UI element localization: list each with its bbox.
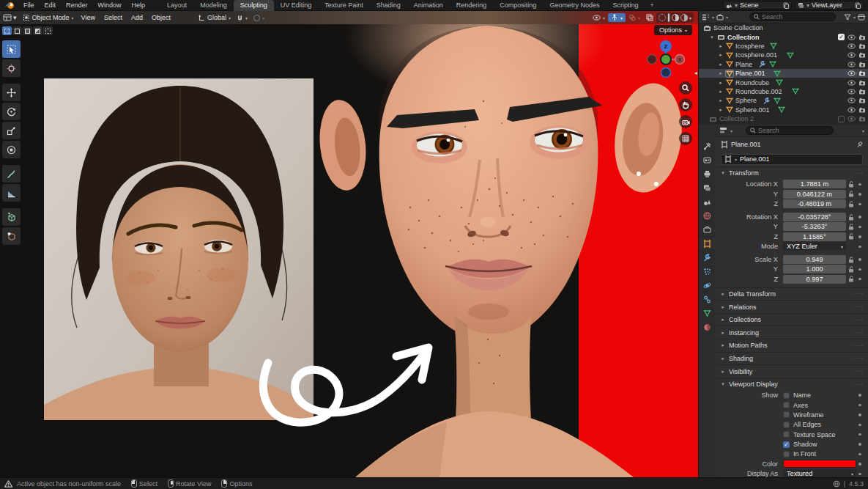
panel-drag-handle[interactable]: ···· xyxy=(853,170,864,177)
rotation-z-field[interactable]: 1.1585° xyxy=(783,232,846,241)
add-workspace-button[interactable]: + xyxy=(645,0,659,11)
rotation-x-field[interactable]: -0.035728° xyxy=(783,213,846,221)
animate-dot[interactable] xyxy=(856,463,864,465)
show-overlays-toggle[interactable]: ▾ xyxy=(626,13,643,22)
scale-y-field[interactable]: 1.000 xyxy=(783,265,846,273)
tab-animation[interactable]: Animation xyxy=(407,0,450,11)
transform-orientation-selector[interactable]: Global ▾ xyxy=(196,13,234,22)
camera-visibility-icon[interactable] xyxy=(858,43,866,49)
camera-visibility-icon[interactable] xyxy=(858,52,866,58)
properties-search-input[interactable]: Search xyxy=(746,126,834,135)
camera-visibility-icon[interactable] xyxy=(858,98,866,103)
tab-world[interactable] xyxy=(700,210,715,221)
snap-toggle[interactable]: ▾ xyxy=(234,13,251,22)
tab-layout[interactable]: Layout xyxy=(160,0,193,11)
outliner-row-plane-001-active[interactable]: ▸ Plane.001 xyxy=(699,69,868,78)
tab-object-data[interactable] xyxy=(700,308,715,318)
outliner-row-roundcube[interactable]: ▸ Roundcube xyxy=(699,78,868,87)
animate-dot[interactable] xyxy=(856,216,864,218)
hide-eye-icon[interactable] xyxy=(847,116,856,122)
editor-type-icon[interactable] xyxy=(3,14,12,21)
zoom-button[interactable] xyxy=(679,81,692,95)
tool-scale[interactable] xyxy=(2,122,21,139)
animate-dot[interactable] xyxy=(856,424,864,426)
select-mode-invert-button[interactable] xyxy=(33,26,42,35)
show-wireframe-checkbox[interactable]: ✓ xyxy=(783,411,790,418)
tab-scripting[interactable]: Scripting xyxy=(606,0,645,11)
properties-editor-icon[interactable] xyxy=(719,127,727,134)
location-z-field[interactable]: -0.48019 m xyxy=(783,199,846,208)
hide-eye-icon[interactable] xyxy=(847,98,856,103)
animate-dot[interactable] xyxy=(856,394,864,396)
object-name-field[interactable]: ▾ Plane.001 xyxy=(721,154,863,165)
select-mode-new-button[interactable] xyxy=(2,26,12,35)
show-all-edges-checkbox[interactable]: ✓ xyxy=(783,422,790,428)
panel-delta-transform[interactable]: ▸Delta Transform···· xyxy=(716,288,868,301)
menu-render[interactable]: Render xyxy=(61,1,93,9)
xray-toggle[interactable] xyxy=(643,13,656,22)
wireframe-shading-icon[interactable] xyxy=(659,14,666,21)
solid-shading-active[interactable] xyxy=(667,13,670,22)
show-texture-space-checkbox[interactable]: ✓ xyxy=(783,431,790,438)
tool-move[interactable] xyxy=(2,84,21,101)
tab-object-active[interactable] xyxy=(700,238,715,249)
animate-dot[interactable] xyxy=(856,413,864,416)
tab-tool[interactable] xyxy=(700,141,715,151)
pin-icon[interactable] xyxy=(856,141,863,148)
panel-drag-handle[interactable]: ···· xyxy=(853,304,864,310)
viewport-menu-select[interactable]: Select xyxy=(100,14,127,21)
tab-physics[interactable] xyxy=(700,280,715,290)
object-type-visibility[interactable]: ▾ xyxy=(590,14,608,21)
show-in-front-checkbox[interactable]: ✓ xyxy=(783,451,790,457)
chevron-down-icon[interactable]: ▾ xyxy=(709,34,715,40)
tab-constraints[interactable] xyxy=(700,294,715,304)
select-mode-extend-button[interactable] xyxy=(12,26,22,35)
collection-checkbox[interactable]: ✓ xyxy=(838,34,845,40)
3d-viewport[interactable]: ▾ Object Mode ▾ View Select Add Object G… xyxy=(0,11,698,477)
tab-rendering[interactable]: Rendering xyxy=(450,0,494,11)
animate-dot[interactable] xyxy=(856,203,864,205)
display-as-dropdown[interactable]: Textured▾ xyxy=(783,469,856,477)
outliner-row-icosphere-001[interactable]: ▸ Icosphere.001 xyxy=(699,51,868,59)
hide-eye-icon[interactable] xyxy=(847,34,856,40)
camera-visibility-icon[interactable] xyxy=(858,34,866,40)
hide-eye-icon[interactable] xyxy=(847,89,856,95)
sidebar-toggle-chevron[interactable]: ◂ xyxy=(694,70,697,76)
chevron-right-icon[interactable]: ▸ xyxy=(718,62,724,67)
outliner-row-sphere-001[interactable]: ▸ Sphere.001 xyxy=(699,106,868,114)
animate-dot[interactable] xyxy=(856,453,864,455)
panel-drag-handle[interactable]: ···· xyxy=(853,342,864,349)
menu-edit[interactable]: Edit xyxy=(40,1,62,9)
lock-open-icon[interactable] xyxy=(848,266,854,273)
lock-open-icon[interactable] xyxy=(848,276,854,282)
lock-open-icon[interactable] xyxy=(848,181,854,188)
panel-shading[interactable]: ▸Shading···· xyxy=(716,353,868,365)
outliner-row-icosphere[interactable]: ▸ Icosphere xyxy=(699,42,868,51)
tab-output[interactable] xyxy=(700,169,715,179)
animate-dot[interactable] xyxy=(856,235,864,238)
pan-button[interactable] xyxy=(679,98,692,111)
animate-dot[interactable] xyxy=(856,258,864,260)
animate-dot[interactable] xyxy=(856,443,864,445)
tab-scene[interactable] xyxy=(700,196,715,207)
animate-dot[interactable] xyxy=(856,268,864,271)
tool-rotate[interactable] xyxy=(2,103,21,120)
mode-selector[interactable]: Object Mode ▾ xyxy=(20,13,77,22)
animate-dot[interactable] xyxy=(856,226,864,228)
lock-open-icon[interactable] xyxy=(848,224,854,230)
viewport-menu-object[interactable]: Object xyxy=(147,14,175,21)
lock-open-icon[interactable] xyxy=(848,201,854,207)
tab-render[interactable] xyxy=(700,155,715,165)
tool-box-select[interactable] xyxy=(2,40,21,58)
tab-sculpting[interactable]: Sculpting xyxy=(234,0,274,11)
panel-drag-handle[interactable]: ···· xyxy=(853,290,864,297)
camera-visibility-icon[interactable] xyxy=(858,70,866,76)
camera-visibility-icon[interactable] xyxy=(858,80,866,86)
chevron-right-icon[interactable]: ▸ xyxy=(718,52,724,58)
hide-eye-icon[interactable] xyxy=(847,107,856,113)
lock-open-icon[interactable] xyxy=(848,214,854,221)
tab-modeling[interactable]: Modeling xyxy=(193,0,234,11)
tab-geometry-nodes[interactable]: Geometry Nodes xyxy=(543,0,606,11)
tab-texture-paint[interactable]: Texture Paint xyxy=(318,0,370,11)
tab-shading[interactable]: Shading xyxy=(370,0,407,11)
